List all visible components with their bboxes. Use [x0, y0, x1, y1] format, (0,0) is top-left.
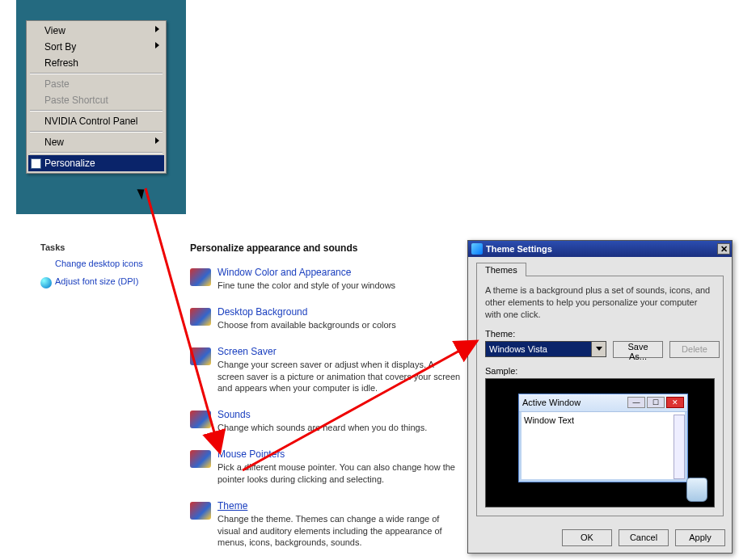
recycle-bin-icon: [686, 478, 707, 502]
menu-item-sort-by[interactable]: Sort By: [28, 39, 164, 55]
theme-settings-dialog: Theme Settings ✕ Themes A theme is a bac…: [467, 240, 733, 554]
category-icon: [190, 308, 211, 326]
category-icon: [190, 411, 211, 428]
chevron-right-icon: [155, 26, 159, 32]
menu-item-new[interactable]: New: [28, 134, 164, 150]
personalize-link-sounds[interactable]: Sounds: [217, 409, 251, 420]
category-icon: [190, 502, 211, 520]
personalize-link-desktop-background[interactable]: Desktop Background: [217, 306, 307, 318]
task-link-change-desktop-icons[interactable]: Change desktop icons: [40, 259, 170, 268]
dialog-icon: [471, 243, 483, 255]
theme-select[interactable]: Windows Vista: [485, 341, 606, 357]
tab-themes[interactable]: Themes: [476, 263, 526, 276]
menu-item-nvidia-control-panel[interactable]: NVIDIA Control Panel: [28, 113, 164, 129]
personalize-panel: Personalize appearance and sounds Window…: [190, 242, 461, 560]
dialog-help-text: A theme is a background plus a set of so…: [485, 284, 715, 321]
personalize-item: ThemeChange the theme. Themes can change…: [190, 500, 461, 549]
cancel-button[interactable]: Cancel: [619, 529, 669, 546]
menu-item-refresh[interactable]: Refresh: [28, 55, 164, 71]
close-button[interactable]: ✕: [717, 243, 730, 255]
maximize-icon: ☐: [647, 397, 665, 408]
sample-preview: Active Window — ☐ ✕ Window Text: [485, 378, 715, 507]
menu-item-paste: Paste: [28, 76, 164, 92]
scrollbar: [674, 415, 685, 479]
context-menu: ViewSort ByRefreshPastePaste ShortcutNVI…: [26, 20, 167, 174]
personalize-link-theme[interactable]: Theme: [217, 500, 247, 512]
personalize-desc: Fine tune the color and style of your wi…: [217, 280, 461, 292]
personalize-item: Desktop BackgroundChoose from available …: [190, 306, 461, 331]
personalize-desc: Change the theme. Themes can change a wi…: [217, 513, 461, 549]
menu-item-label: Paste: [44, 78, 70, 90]
chevron-right-icon: [155, 137, 159, 144]
menu-separator: [30, 131, 163, 133]
theme-select-value: Windows Vista: [489, 344, 547, 354]
menu-separator: [30, 152, 163, 154]
theme-label: Theme:: [485, 329, 715, 339]
sample-window-title: Active Window: [522, 398, 581, 407]
menu-item-personalize[interactable]: Personalize: [28, 155, 164, 171]
task-link-adjust-font-size-dpi-[interactable]: Adjust font size (DPI): [40, 276, 170, 286]
personalize-heading: Personalize appearance and sounds: [190, 242, 461, 254]
personalize-desc: Change your screen saver or adjust when …: [217, 359, 461, 395]
personalize-link-screen-saver[interactable]: Screen Saver: [217, 346, 277, 357]
tasks-heading: Tasks: [40, 242, 170, 252]
close-icon: ✕: [666, 397, 684, 408]
dialog-titlebar[interactable]: Theme Settings ✕: [468, 241, 732, 257]
sample-window-text: Window Text: [519, 412, 687, 428]
personalize-desc: Choose from available backgrounds or col…: [217, 319, 461, 331]
category-icon: [190, 268, 211, 286]
personalize-item: Mouse PointersPick a different mouse poi…: [190, 448, 461, 486]
minimize-icon: —: [627, 397, 645, 408]
category-icon: [190, 450, 211, 468]
menu-item-paste-shortcut: Paste Shortcut: [28, 92, 164, 108]
chevron-right-icon: [155, 42, 159, 48]
menu-item-label: Sort By: [44, 41, 76, 53]
menu-item-label: View: [44, 25, 65, 36]
sample-window: Active Window — ☐ ✕ Window Text: [518, 394, 688, 482]
save-as-button[interactable]: Save As...: [613, 341, 663, 358]
personalize-desc: Change which sounds are heard when you d…: [217, 422, 461, 434]
personalize-link-mouse-pointers[interactable]: Mouse Pointers: [217, 448, 285, 460]
personalize-item: Window Color and AppearanceFine tune the…: [190, 267, 461, 292]
personalize-link-window-color-and-appearance[interactable]: Window Color and Appearance: [217, 267, 351, 278]
menu-item-label: New: [44, 137, 64, 148]
personalize-item: Screen SaverChange your screen saver or …: [190, 346, 461, 395]
personalize-icon: [31, 158, 41, 169]
dialog-title: Theme Settings: [486, 244, 714, 254]
sample-label: Sample:: [485, 366, 715, 376]
menu-separator: [30, 73, 163, 74]
delete-button: Delete: [669, 341, 720, 358]
tasks-panel: Tasks Change desktop iconsAdjust font si…: [40, 242, 170, 294]
menu-item-view[interactable]: View: [28, 23, 164, 39]
menu-item-label: Paste Shortcut: [44, 95, 108, 106]
menu-item-label: Refresh: [44, 57, 78, 69]
ok-button[interactable]: OK: [562, 529, 612, 546]
personalize-item: SoundsChange which sounds are heard when…: [190, 409, 461, 434]
menu-separator: [30, 110, 163, 112]
personalize-desc: Pick a different mouse pointer. You can …: [217, 461, 461, 486]
menu-item-label: NVIDIA Control Panel: [44, 116, 137, 127]
apply-button[interactable]: Apply: [675, 529, 725, 546]
category-icon: [190, 347, 211, 365]
menu-item-label: Personalize: [44, 158, 95, 169]
chevron-down-icon: [591, 342, 606, 356]
dpi-icon: [40, 277, 52, 288]
